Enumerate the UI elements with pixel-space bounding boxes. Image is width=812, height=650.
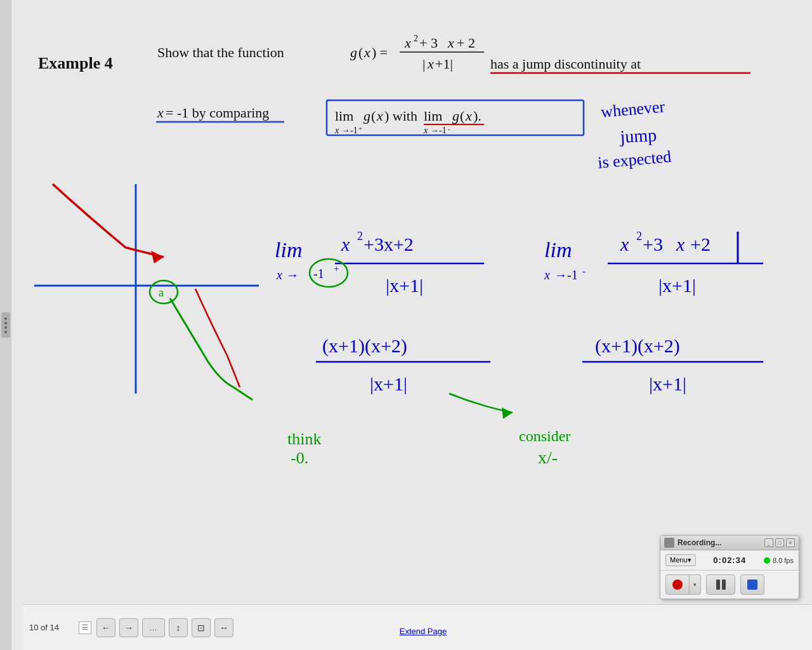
- svg-text:) with: ) with: [384, 108, 417, 124]
- stop-icon: [747, 580, 757, 590]
- svg-text:x/-: x/-: [538, 448, 558, 467]
- page-icon[interactable]: ☰: [79, 621, 91, 634]
- extend-page-link[interactable]: Extend Page: [400, 627, 447, 636]
- record-button[interactable]: [665, 574, 690, 595]
- svg-text:→: →: [286, 268, 299, 282]
- svg-point-44: [150, 281, 178, 303]
- menu-label: Menu▾: [670, 556, 691, 564]
- svg-marker-43: [151, 251, 164, 263]
- svg-text:= -1 by comparing: = -1 by comparing: [166, 105, 269, 121]
- svg-text:lim: lim: [275, 238, 302, 262]
- recording-buttons-row: ▾: [660, 570, 799, 599]
- svg-text:x: x: [341, 234, 350, 255]
- svg-text:(: (: [371, 108, 376, 124]
- svg-text:(: (: [358, 44, 363, 60]
- svg-text:|x+1|: |x+1|: [658, 275, 696, 296]
- svg-text:+3: +3: [643, 234, 663, 255]
- resize-button[interactable]: ↕: [169, 618, 188, 637]
- handle-dot-2: [4, 322, 7, 324]
- pause-bar-right: [722, 580, 726, 590]
- svg-text:x: x: [544, 268, 550, 282]
- svg-text:x: x: [404, 35, 411, 51]
- svg-text:x: x: [465, 108, 472, 124]
- svg-text:x: x: [620, 234, 629, 255]
- svg-text:+3x+2: +3x+2: [363, 234, 414, 255]
- svg-text:x: x: [427, 56, 434, 72]
- record-icon: [672, 580, 683, 590]
- svg-text:Show that the function: Show that the function: [157, 44, 284, 60]
- svg-text:(: (: [460, 108, 464, 124]
- recording-controls-row: Menu▾ 0:02:34 8.0 fps: [660, 550, 799, 570]
- svg-text:whenever: whenever: [600, 97, 666, 121]
- svg-text:think: think: [287, 430, 321, 448]
- fps-status-dot: [764, 557, 770, 564]
- svg-text:x: x: [334, 126, 339, 135]
- svg-text:-1: -1: [313, 267, 324, 281]
- toolbar-handle[interactable]: [1, 312, 10, 338]
- svg-text:-0.: -0.: [291, 449, 308, 467]
- pause-button[interactable]: [706, 574, 735, 595]
- stop-button[interactable]: [740, 574, 764, 595]
- next-page-button[interactable]: →: [119, 618, 138, 637]
- svg-text:+: +: [358, 124, 362, 132]
- svg-text:x: x: [376, 108, 383, 124]
- recording-title-left: Recording...: [664, 538, 721, 548]
- svg-text:g: g: [350, 44, 357, 60]
- svg-text:x: x: [423, 126, 428, 135]
- svg-text:(x+1)(x+2): (x+1)(x+2): [595, 335, 680, 357]
- svg-text:x: x: [276, 268, 282, 282]
- page-info: 10 of 14: [29, 623, 74, 632]
- svg-text:jump: jump: [619, 125, 657, 147]
- svg-text:+: +: [334, 263, 339, 274]
- svg-text:has a jump discontinuity at: has a jump discontinuity at: [490, 56, 641, 72]
- prev-page-button[interactable]: ←: [96, 618, 115, 637]
- svg-text:lim: lim: [424, 108, 442, 124]
- pause-bar-left: [716, 580, 720, 590]
- recording-title-text: Recording...: [678, 538, 721, 547]
- svg-text:) =: ) =: [372, 44, 388, 60]
- svg-text:+1|: +1|: [435, 56, 453, 72]
- svg-text:x: x: [447, 35, 454, 51]
- svg-text:|x+1|: |x+1|: [649, 373, 686, 394]
- svg-text:|: |: [422, 56, 425, 72]
- svg-text:lim: lim: [335, 108, 353, 124]
- record-button-group: ▾: [665, 574, 701, 595]
- expand-button[interactable]: ↔: [214, 618, 233, 637]
- timer-display: 0:02:34: [713, 555, 746, 565]
- handle-dot-1: [4, 317, 7, 320]
- svg-text:|x+1|: |x+1|: [370, 373, 407, 394]
- left-toolbar: [0, 0, 11, 650]
- svg-text:|x+1|: |x+1|: [386, 275, 423, 296]
- fps-value: 8.0 fps: [773, 557, 794, 564]
- svg-text:→-1: →-1: [554, 268, 578, 282]
- maximize-button[interactable]: □: [775, 538, 784, 547]
- more-options-button[interactable]: ...: [142, 618, 165, 637]
- svg-text:lim: lim: [544, 238, 572, 262]
- svg-text:+2: +2: [690, 234, 710, 255]
- svg-text:x: x: [363, 44, 370, 60]
- svg-text:2: 2: [357, 230, 363, 242]
- svg-text:Example 4: Example 4: [38, 54, 113, 72]
- svg-text:+ 2: + 2: [457, 35, 475, 51]
- svg-text:g: g: [452, 108, 459, 124]
- svg-text:is expected: is expected: [597, 147, 672, 172]
- svg-text:+ 3: + 3: [419, 35, 438, 51]
- svg-text:2: 2: [636, 230, 642, 242]
- svg-text:x: x: [676, 234, 685, 255]
- minimize-button[interactable]: _: [764, 538, 773, 547]
- record-dropdown-button[interactable]: ▾: [690, 574, 701, 595]
- svg-text:→-1: →-1: [430, 126, 447, 135]
- svg-text:consider: consider: [519, 428, 570, 444]
- svg-text:x: x: [157, 105, 164, 121]
- svg-text:→-1: →-1: [341, 126, 358, 135]
- menu-dropdown[interactable]: Menu▾: [665, 554, 696, 566]
- close-button[interactable]: ×: [786, 538, 795, 547]
- svg-text:2: 2: [414, 34, 418, 43]
- svg-text:-: -: [582, 266, 586, 276]
- recording-titlebar: Recording... _ □ ×: [660, 536, 799, 550]
- fps-display: 8.0 fps: [764, 557, 794, 564]
- svg-text:g: g: [363, 108, 370, 124]
- monitor-button[interactable]: ⊡: [192, 618, 211, 637]
- svg-text:a: a: [159, 286, 164, 299]
- svg-text:).: ).: [473, 108, 481, 124]
